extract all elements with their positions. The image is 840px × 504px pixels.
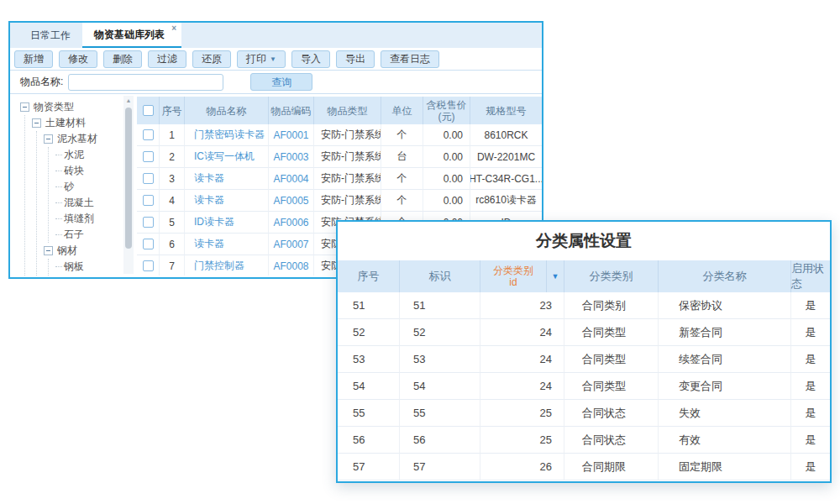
- col-enabled: 启用状态: [791, 260, 830, 292]
- table-row[interactable]: 1 门禁密码读卡器 AF0001 安防-门禁系统 个 0.00 8610RCK: [137, 124, 542, 146]
- import-button[interactable]: 导入: [291, 50, 330, 68]
- col-price: 含税售价 (元): [423, 97, 470, 124]
- table-row[interactable]: 53 53 24 合同类型 续签合同 是: [338, 346, 830, 373]
- collapse-icon[interactable]: [44, 246, 53, 255]
- select-all-cell: [137, 97, 160, 124]
- item-code-link[interactable]: AF0004: [269, 168, 314, 190]
- tree-node-civil-materials[interactable]: 土建材料: [32, 115, 121, 131]
- items-table-header: 序号 物品名称 物品编码 物品类型 单位 含税售价 (元) 规格型号: [137, 97, 542, 124]
- view-log-button[interactable]: 查看日志: [381, 50, 439, 68]
- collapse-icon[interactable]: [20, 102, 29, 112]
- table-row[interactable]: 56 56 25 合同状态 有效 是: [338, 427, 830, 454]
- tree-node-sand[interactable]: 砂: [55, 179, 121, 195]
- tree-scrollbar[interactable]: ▲: [123, 96, 134, 274]
- tree-node-masonry[interactable]: 泥水基材: [44, 131, 121, 147]
- category-tree-panel: 物资类型 土建材料 泥水基材 水泥 砖块: [10, 94, 134, 276]
- edit-button[interactable]: 修改: [59, 50, 97, 68]
- scroll-up-icon[interactable]: ▲: [123, 96, 134, 103]
- row-checkbox[interactable]: [143, 195, 154, 206]
- restore-button[interactable]: 还原: [192, 50, 231, 68]
- tree-node-gravel[interactable]: 石子: [55, 227, 121, 243]
- item-name-link[interactable]: 读卡器: [185, 234, 269, 255]
- print-button[interactable]: 打印 ▼: [237, 50, 286, 68]
- col-identifier: 标识: [400, 260, 480, 292]
- item-code-link[interactable]: AF0001: [269, 124, 314, 146]
- sorted-column-label: 分类类别 id: [480, 260, 546, 292]
- table-row[interactable]: 57 57 26 合同期限 固定期限 是: [338, 454, 830, 480]
- col-item-name: 物品名称: [185, 97, 269, 124]
- sort-dropdown-icon[interactable]: ▼: [546, 260, 564, 292]
- tree-node-concrete[interactable]: 混凝土: [55, 195, 121, 211]
- item-code-link[interactable]: AF0008: [269, 255, 314, 276]
- col-unit: 单位: [381, 97, 423, 124]
- tree-node-steel-pipe[interactable]: 钢管: [55, 275, 121, 276]
- item-name-link[interactable]: 读卡器: [185, 190, 269, 212]
- tree-node-root[interactable]: 物资类型: [20, 99, 121, 115]
- filter-button[interactable]: 过滤: [148, 50, 186, 68]
- collapse-icon[interactable]: [44, 134, 53, 144]
- chevron-down-icon: ▼: [270, 55, 276, 63]
- item-name-label: 物品名称:: [20, 75, 63, 89]
- close-icon[interactable]: ×: [171, 24, 176, 33]
- row-checkbox[interactable]: [143, 173, 154, 184]
- col-no: 序号: [160, 97, 185, 124]
- item-code-link[interactable]: AF0006: [269, 212, 314, 234]
- col-category-id[interactable]: 分类类别 id ▼: [480, 260, 564, 292]
- tab-material-library[interactable]: 物资基础库列表 ×: [82, 23, 181, 48]
- col-category-name: 分类名称: [659, 260, 791, 292]
- tree-node-cement[interactable]: 水泥: [55, 147, 121, 163]
- col-spec: 规格型号: [470, 97, 542, 124]
- row-checkbox[interactable]: [143, 260, 154, 271]
- tree-node-brick[interactable]: 砖块: [55, 163, 121, 179]
- tab-label: 物资基础库列表: [94, 28, 165, 42]
- tab-daily-work[interactable]: 日常工作: [18, 23, 82, 48]
- item-name-link[interactable]: 读卡器: [185, 168, 269, 190]
- table-row[interactable]: 52 52 24 合同类型 新签合同 是: [338, 319, 830, 346]
- col-category: 分类类别: [564, 260, 659, 292]
- row-checkbox[interactable]: [143, 217, 154, 228]
- tab-bar: 日常工作 物资基础库列表 ×: [10, 23, 542, 48]
- item-name-link[interactable]: ID读卡器: [185, 212, 269, 234]
- item-name-input[interactable]: [68, 74, 223, 91]
- tree-node-grout[interactable]: 填缝剂: [55, 211, 121, 227]
- tab-label: 日常工作: [30, 29, 71, 43]
- table-row[interactable]: 2 IC读写一体机 AF0003 安防-门禁系统 台 0.00 DW-2201M…: [137, 146, 542, 168]
- item-name-link[interactable]: 门禁密码读卡器: [185, 124, 269, 146]
- item-name-link[interactable]: 门禁控制器: [185, 255, 269, 276]
- scrollbar-thumb[interactable]: [125, 108, 132, 249]
- table-row[interactable]: 3 读卡器 AF0004 安防-门禁系统 个 0.00 HT-C34R-CG1.…: [137, 168, 542, 190]
- tree-node-steel[interactable]: 钢材: [44, 243, 121, 259]
- category-attribute-window: 分类属性设置 序号 标识 分类类别 id ▼ 分类类别 分类名称 启用状态 51…: [336, 220, 832, 483]
- attribute-table-header: 序号 标识 分类类别 id ▼ 分类类别 分类名称 启用状态: [338, 260, 830, 292]
- col-item-code: 物品编码: [269, 97, 314, 124]
- category-tree: 物资类型 土建材料 泥水基材 水泥 砖块: [10, 94, 134, 276]
- table-row[interactable]: 55 55 25 合同状态 失效 是: [338, 400, 830, 427]
- table-row[interactable]: 51 51 23 合同类别 保密协议 是: [338, 292, 830, 319]
- row-checkbox[interactable]: [143, 239, 154, 249]
- col-item-type: 物品类型: [314, 97, 381, 124]
- row-checkbox[interactable]: [143, 129, 154, 140]
- query-button[interactable]: 查询: [250, 73, 312, 91]
- select-all-checkbox[interactable]: [143, 105, 154, 116]
- search-bar: 物品名称: 查询: [10, 71, 542, 94]
- tree-node-steel-plate[interactable]: 钢板: [55, 259, 121, 275]
- table-row[interactable]: 4 读卡器 AF0005 安防-门禁系统 个 0.00 rc8610读卡器: [137, 190, 542, 212]
- row-checkbox[interactable]: [143, 151, 154, 162]
- toolbar: 新增 修改 删除 过滤 还原 打印 ▼ 导入 导出 查看日志: [10, 48, 542, 71]
- delete-button[interactable]: 删除: [103, 50, 142, 68]
- page-title: 分类属性设置: [338, 222, 830, 260]
- collapse-icon[interactable]: [32, 118, 41, 128]
- item-name-link[interactable]: IC读写一体机: [185, 146, 269, 168]
- table-row[interactable]: 54 54 24 合同类型 变更合同 是: [338, 373, 830, 400]
- item-code-link[interactable]: AF0007: [269, 234, 314, 255]
- item-code-link[interactable]: AF0003: [269, 146, 314, 168]
- export-button[interactable]: 导出: [336, 50, 375, 68]
- item-code-link[interactable]: AF0005: [269, 190, 314, 212]
- col-no: 序号: [338, 260, 400, 292]
- add-button[interactable]: 新增: [14, 50, 53, 68]
